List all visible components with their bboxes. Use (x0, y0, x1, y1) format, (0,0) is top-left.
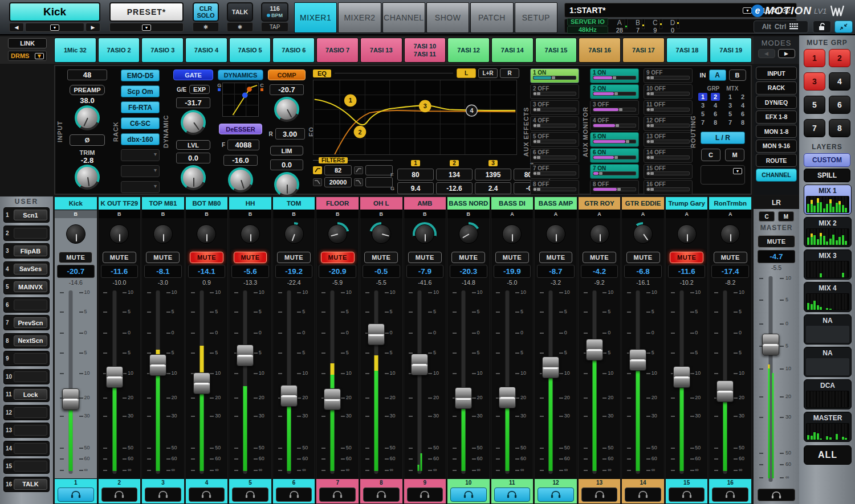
aux-mon2-send-12[interactable]: 12 OFF (644, 116, 693, 131)
aux-send-slider[interactable] (533, 124, 576, 128)
fader-cap[interactable] (762, 334, 779, 355)
fader-area[interactable]: 105051020305060∞ (666, 286, 708, 478)
fader-value[interactable]: -8.1 (144, 265, 182, 278)
selected-channel-display[interactable]: Kick (9, 2, 100, 22)
headphone-button[interactable] (625, 487, 661, 502)
pan-knob[interactable] (194, 222, 218, 246)
lpf2-freq[interactable] (365, 177, 393, 187)
tab-mixer1[interactable]: MIXER1 (294, 2, 337, 33)
aux-send-slider[interactable] (593, 92, 636, 96)
tab-mixer2[interactable]: MIXER2 (338, 2, 381, 33)
aux-mon2-send-13[interactable]: 13 OFF (644, 132, 693, 147)
source-tab-4[interactable]: 7ASIO 4 (185, 38, 227, 63)
layer-na[interactable]: NA (804, 347, 852, 377)
num-mtx-7[interactable]: 7 (726, 118, 735, 126)
headphone-button[interactable] (319, 487, 356, 502)
aux-fx-send-1[interactable]: 1 ON (530, 68, 579, 83)
eq-band-number[interactable]: 2 (450, 160, 459, 166)
link-button[interactable]: LINK (8, 38, 47, 48)
source-tab-5[interactable]: 7ASIO 5 (229, 38, 271, 63)
source-tab-11[interactable]: 7ASI 14 (491, 38, 534, 63)
preset-dropdown[interactable]: ▼ (109, 23, 184, 32)
rack-slot-2[interactable]: Scp Om (121, 85, 160, 97)
dynamics-plot-label[interactable]: DYNAMICS (218, 69, 263, 80)
fader-area[interactable]: 105051020305060∞ (622, 286, 664, 478)
aux-fx-send-3[interactable]: 3 OFF (530, 100, 579, 115)
aux-send-slider[interactable] (533, 92, 576, 96)
num-grp-2[interactable]: 2 (711, 93, 720, 101)
mute-button[interactable]: MUTE (277, 252, 311, 263)
user-button-13[interactable]: 13 (3, 423, 50, 438)
aux-send-slider[interactable] (646, 140, 690, 144)
num-grp-3[interactable]: 3 (698, 101, 707, 109)
tab-setup[interactable]: SETUP (515, 2, 557, 33)
tab-show[interactable]: SHOW (426, 2, 469, 33)
channel-name[interactable]: FLOOR (316, 197, 359, 210)
group-dropdown[interactable]: DRMS ▼ (8, 51, 47, 61)
num-mtx-6[interactable]: 6 (738, 110, 747, 118)
layer-dca[interactable]: DCA (804, 379, 852, 409)
routing-cue-button[interactable]: C (701, 149, 720, 161)
channel-name[interactable]: OH L (360, 197, 402, 210)
headphone-button[interactable] (712, 487, 748, 502)
channel-source-layer[interactable]: B (447, 210, 490, 218)
aux-send-slider[interactable] (593, 140, 636, 144)
pan-knob[interactable] (718, 222, 742, 246)
aux-mon-send-5[interactable]: 5 ON (590, 132, 639, 147)
mode-input[interactable]: INPUT (756, 67, 797, 80)
aux-send-slider[interactable] (593, 171, 636, 175)
aux-mon2-send-11[interactable]: 11 OFF (644, 100, 693, 115)
aux-mon2-send-14[interactable]: 14 OFF (644, 148, 693, 163)
aux-send-slider[interactable] (533, 140, 576, 144)
pan-knob[interactable] (238, 222, 262, 246)
fader-cap[interactable] (542, 357, 559, 378)
source-tab-8[interactable]: 7ASI 13 (360, 38, 402, 63)
fader-area[interactable]: 105051020305060∞ (360, 286, 402, 478)
fader-value[interactable]: -20.3 (450, 265, 487, 278)
aux-send-slider[interactable] (533, 108, 576, 112)
headphone-button[interactable] (581, 487, 618, 502)
fader-cap[interactable] (237, 345, 254, 366)
mute-group-1[interactable]: 1 (804, 49, 825, 67)
hpf2-icon[interactable] (354, 166, 363, 174)
headphone-button[interactable] (669, 487, 705, 502)
eq-mode-r[interactable]: R (500, 68, 519, 78)
routing-dropdown[interactable]: ▼ (701, 165, 745, 185)
layer-mix-3[interactable]: MIX 3 (804, 249, 852, 280)
channel-source-layer[interactable]: A (579, 210, 621, 218)
aux-fx-send-7[interactable]: 7 OFF (530, 164, 579, 179)
fader-cap[interactable] (716, 380, 734, 402)
headphone-button[interactable] (494, 487, 531, 502)
pan-knob[interactable] (500, 222, 524, 246)
mode-mon-1-8[interactable]: MON 1-8 (756, 125, 797, 138)
deesser-threshold-knob[interactable] (228, 167, 253, 192)
pan-knob[interactable] (675, 222, 699, 246)
headphone-button[interactable] (232, 487, 268, 502)
fader-cap[interactable] (455, 387, 472, 409)
mute-button[interactable]: MUTE (321, 252, 355, 263)
talk-settings-gear-icon[interactable]: ✱ (227, 22, 253, 32)
lpf-icon[interactable] (313, 178, 322, 186)
channel-source-layer[interactable]: B (316, 210, 359, 218)
source-tab-13[interactable]: 7ASI 16 (579, 38, 621, 63)
aux-send-slider[interactable] (646, 155, 690, 159)
user-button-5[interactable]: 5MAINVX (3, 279, 50, 294)
fader-area[interactable]: 105051020305060∞ (447, 286, 490, 478)
channel-name[interactable]: RonTrmbn (709, 197, 751, 210)
talk-button[interactable]: TALK (227, 2, 253, 22)
num-grp-1[interactable]: 1 (698, 93, 707, 101)
mute-button[interactable]: MUTE (670, 252, 703, 263)
num-mtx-4[interactable]: 4 (738, 101, 747, 109)
aux-mon-send-6[interactable]: 6 ON (590, 148, 639, 163)
pan-knob[interactable] (631, 222, 655, 246)
mute-button[interactable]: MUTE (364, 252, 398, 263)
eq-band-2-g[interactable]: -12.6 (436, 182, 473, 194)
headphone-button[interactable] (189, 487, 225, 502)
num-mtx-1[interactable]: 1 (726, 93, 735, 101)
fader-cap[interactable] (324, 388, 341, 410)
fader-value[interactable]: -5.6 (231, 265, 269, 278)
aux-fx-send-4[interactable]: 4 OFF (530, 116, 579, 131)
pan-knob[interactable] (588, 222, 612, 246)
channel-source-layer[interactable]: A (535, 210, 577, 218)
modes-next-arrow[interactable]: ▶ (778, 49, 795, 58)
